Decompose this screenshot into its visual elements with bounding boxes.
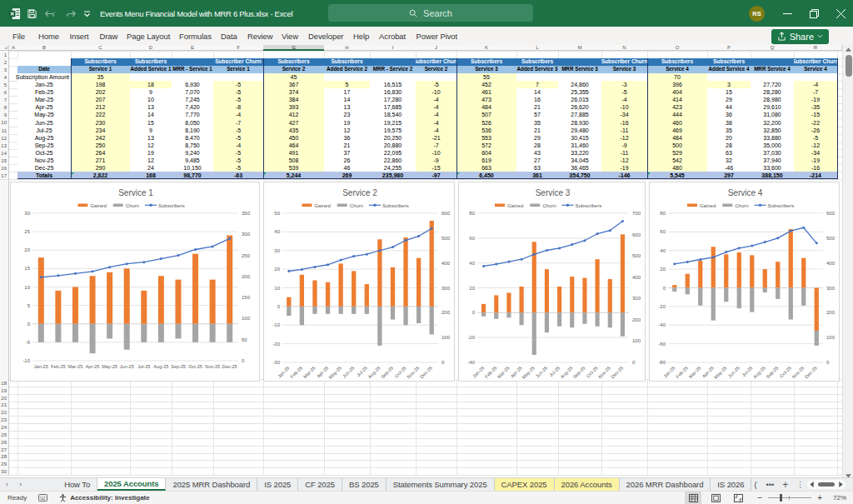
save-icon[interactable] [27,8,37,19]
column-header-C[interactable]: C [71,45,131,51]
sheet-tab-2026-mrr-dashboard[interactable]: 2026 MRR Dashboard [620,478,711,491]
scroll-up-icon[interactable] [843,45,853,54]
horizontal-scrollbar[interactable] [807,480,846,489]
undo-icon[interactable] [43,8,57,18]
sheet-tab--[interactable]: ( [751,478,759,491]
row-header-17[interactable]: 17 [0,172,9,180]
sheet-tab-is-2025[interactable]: IS 2025 [257,478,298,491]
svg-text:200: 200 [242,274,251,279]
chart-service-2[interactable]: Service 2GainedChurnSubscribers-30-20-10… [263,182,455,382]
column-header-L[interactable]: L [516,45,559,51]
restore-button[interactable] [801,0,826,27]
hscroll-right-icon [839,482,843,487]
column-header-F[interactable]: F [213,45,264,51]
column-header-Q[interactable]: Q [751,45,795,51]
hscroll-left-icon [810,482,814,487]
share-chevron-icon [817,33,823,39]
column-header-M[interactable]: M [558,45,602,51]
column-header-G[interactable]: G [263,45,325,51]
avatar[interactable]: RS [749,6,765,22]
chart-service-3[interactable]: Service 3GainedChurnSubscribers-40-20020… [458,182,646,382]
row-header-30[interactable]: 30 [0,467,9,476]
svg-text:Sep-25: Sep-25 [572,365,586,379]
svg-text:Churn: Churn [126,203,139,208]
tab-menu-dots[interactable]: ⋮ [796,480,804,489]
ribbon-tab-page-layout[interactable]: Page Layout [127,27,170,45]
worksheet-grid[interactable]: DateSubscription AmountJan-25Feb-25Mar-2… [0,45,853,477]
svg-text:Jun-25: Jun-25 [342,365,355,378]
accessibility-status[interactable]: Accessibility: Investigate [70,494,150,502]
svg-text:15: 15 [24,266,30,271]
sheet-tab-is-2026[interactable]: IS 2026 [711,478,751,491]
macro-record-icon[interactable] [38,494,47,502]
svg-text:Aug-25: Aug-25 [153,364,168,369]
select-all-corner[interactable] [0,45,9,51]
sheet-tab-bs-2025[interactable]: BS 2025 [342,478,387,491]
zoom-slider[interactable] [768,497,811,498]
svg-text:Feb-25: Feb-25 [675,365,689,379]
minimize-button[interactable] [775,0,800,27]
svg-text:-30: -30 [272,360,280,365]
column-header-O[interactable]: O [647,45,708,51]
share-button[interactable]: Share [771,29,829,44]
column-header-D[interactable]: D [130,45,172,51]
column-header-H[interactable]: H [324,45,371,51]
ribbon-tab-acrobat[interactable]: Acrobat [379,27,406,45]
sheet-tab-2025-mrr-dashboard[interactable]: 2025 MRR Dashboard [166,478,257,491]
column-header-E[interactable]: E [172,45,214,51]
column-header-K[interactable]: K [456,45,517,51]
vertical-scroll-thumb[interactable] [846,55,852,77]
sheet-tab-capex-2025[interactable]: CAPEX 2025 [495,478,555,491]
sheet-tab-statements-summary-2025[interactable]: Statements Summary 2025 [387,478,495,491]
sheet-tab-cf-2025[interactable]: CF 2025 [298,478,342,491]
tab-nav-right-icon[interactable]: › [14,478,28,491]
ribbon-tab-developer[interactable]: Developer [308,27,343,45]
svg-text:20: 20 [274,267,280,272]
sheet-tab-2025-accounts[interactable]: 2025 Accounts [97,478,166,491]
search-box[interactable]: Search [328,4,533,22]
chart-service-1[interactable]: Service 1GainedChurnSubscribers-10-50510… [10,182,260,382]
svg-text:May-25: May-25 [521,365,536,379]
normal-view-icon[interactable] [685,492,701,504]
ribbon-tab-insert[interactable]: Insert [70,27,89,45]
more-tabs-ellipsis[interactable]: ••• [766,480,774,489]
page-layout-view-icon[interactable] [707,492,724,504]
ribbon-tab-home[interactable]: Home [38,27,59,45]
tab-nav-left-icon[interactable]: ‹ [0,478,14,491]
svg-text:5: 5 [27,303,31,308]
svg-text:Subscribers: Subscribers [382,203,409,208]
svg-text:300: 300 [242,232,251,237]
sheet-tab-how-to[interactable]: How To [57,478,97,491]
vertical-scrollbar[interactable] [842,45,853,482]
column-header-P[interactable]: P [707,45,751,51]
ribbon-tab-help[interactable]: Help [353,27,369,45]
zoom-in-icon[interactable]: + [817,493,822,502]
ribbon-tab-data[interactable]: Data [221,27,237,45]
zoom-level[interactable]: 72% [833,494,846,502]
svg-text:250: 250 [242,253,251,258]
ribbon-tab-view[interactable]: View [282,27,298,45]
ribbon-tab-power-pivot[interactable]: Power Pivot [417,27,458,45]
svg-text:Sep-25: Sep-25 [380,365,394,379]
column-header-B[interactable]: B [17,45,72,51]
svg-text:-10: -10 [272,322,280,327]
ribbon-tab-formulas[interactable]: Formulas [179,27,212,45]
column-header-N[interactable]: N [601,45,648,51]
new-sheet-button[interactable]: + [782,479,788,491]
chart-service-4[interactable]: Service 4GainedChurnSubscribers-80-60-40… [649,182,840,382]
ribbon-tab-review[interactable]: Review [247,27,273,45]
sheet-tab-2026-accounts[interactable]: 2026 Accounts [555,478,620,491]
column-header-R[interactable]: R [794,45,838,51]
svg-text:50: 50 [274,211,280,216]
customize-qat-icon[interactable] [83,10,91,17]
ribbon-tab-draw[interactable]: Draw [100,27,118,45]
svg-text:200: 200 [441,310,451,315]
column-header-J[interactable]: J [416,45,457,51]
column-header-I[interactable]: I [370,45,417,51]
redo-icon[interactable] [63,8,77,18]
svg-text:0: 0 [826,360,830,365]
close-button[interactable] [828,0,853,27]
zoom-out-icon[interactable]: − [757,493,762,502]
ribbon-tab-file[interactable]: File [12,27,25,45]
page-break-view-icon[interactable] [730,492,746,504]
